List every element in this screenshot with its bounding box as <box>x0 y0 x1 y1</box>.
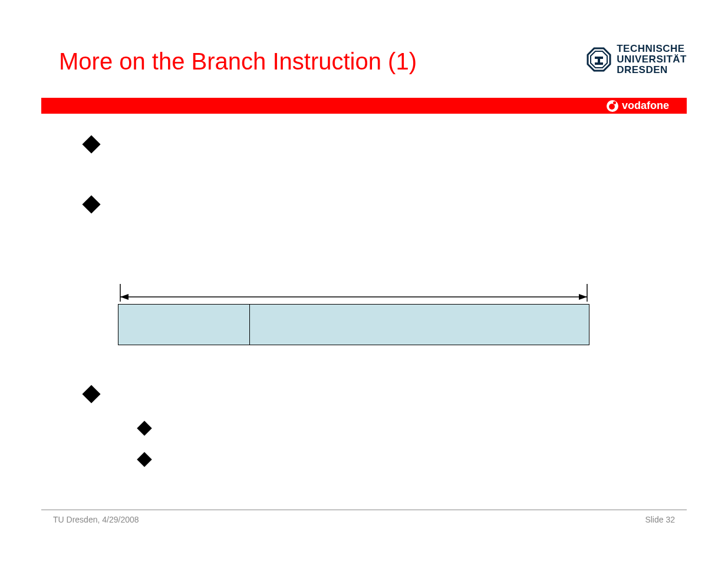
instruction-format-diagram <box>118 282 589 345</box>
bullet-4 <box>59 419 159 434</box>
width-arrow <box>118 282 589 304</box>
opcode-field <box>118 304 250 345</box>
footer-right: Slide 32 <box>645 515 675 524</box>
footer-slide-number: 32 <box>666 515 675 524</box>
tud-octagon-icon <box>586 47 612 72</box>
offset-field <box>250 304 589 345</box>
tud-line1: TECHNISCHE <box>617 44 687 54</box>
diamond-bullet-icon <box>137 452 151 467</box>
diamond-bullet-icon <box>137 421 151 435</box>
tud-logo-text: TECHNISCHE UNIVERSITÄT DRESDEN <box>617 44 687 75</box>
diamond-bullet-icon <box>82 135 100 153</box>
footer-divider <box>41 510 687 510</box>
svg-rect-4 <box>595 62 603 65</box>
red-bar: vodafone <box>41 98 687 114</box>
slide-container: More on the Branch Instruction (1) TECHN… <box>0 0 728 562</box>
footer-slide-prefix: Slide <box>645 515 666 524</box>
tud-line2: UNIVERSITÄT <box>617 54 687 65</box>
svg-marker-9 <box>579 294 587 300</box>
vodafone-text: vodafone <box>622 100 669 112</box>
bullet-1 <box>59 134 107 151</box>
instruction-fields <box>118 304 589 345</box>
bullet-3 <box>59 384 107 401</box>
tud-logo: TECHNISCHE UNIVERSITÄT DRESDEN <box>586 44 687 75</box>
svg-marker-8 <box>120 294 129 300</box>
diamond-bullet-icon <box>82 195 100 213</box>
vodafone-logo: vodafone <box>607 100 669 112</box>
footer-left: TU Dresden, 4/29/2008 <box>53 515 139 524</box>
bullet-5 <box>59 451 159 465</box>
bullet-2 <box>59 194 107 211</box>
vodafone-icon <box>607 100 618 112</box>
tud-line3: DRESDEN <box>617 65 687 75</box>
double-arrow-icon <box>118 282 589 304</box>
slide-title: More on the Branch Instruction (1) <box>59 48 417 75</box>
diamond-bullet-icon <box>82 385 100 403</box>
